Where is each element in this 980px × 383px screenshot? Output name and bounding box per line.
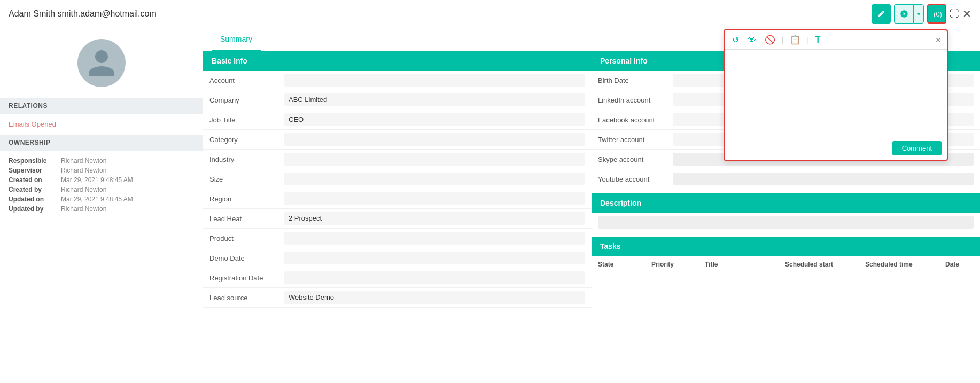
activity-dropdown-button[interactable]: ▾ [913,4,924,24]
comment-button[interactable]: (0) [927,4,946,24]
emails-opened-link[interactable]: Emails Opened [9,120,194,128]
tab-summary[interactable]: Summary [212,28,261,51]
ownership-updated-by: Updated by Richard Newton [9,205,194,213]
ownership-responsible: Responsible Richard Newton [9,157,194,165]
comment-popup: ↺ 👁 🚫 | 📋 | T ✕ Comment [724,29,948,161]
field-description [592,213,980,232]
basic-info-panel: Basic Info Account Company ABC Limited J… [203,51,592,383]
avatar [77,39,126,87]
field-youtube: Youtube account [592,169,980,189]
field-lead-heat: Lead Heat 2 Prospect [203,209,592,229]
expand-button[interactable]: ⛶ [950,9,959,20]
tasks-col-title: Title [705,261,785,268]
field-category: Category [203,130,592,150]
tasks-columns: State Priority Title Scheduled start Sch… [592,256,980,272]
comment-toolbar: ↺ 👁 🚫 | 📋 | T ✕ [725,30,947,50]
ownership-section: Responsible Richard Newton Supervisor Ri… [0,151,203,221]
ownership-header: OWNERSHIP [0,135,203,151]
field-company: Company ABC Limited [203,90,592,110]
tasks-col-date: Date [945,261,980,268]
top-bar-actions: ▾ (0) ⛶ ✕ [872,4,971,24]
comment-tool-text[interactable]: T [813,34,823,46]
description-header: Description [592,193,980,213]
comment-tool-sep2: | [807,36,808,44]
field-job-title: Job Title CEO [203,110,592,130]
basic-info-header: Basic Info [203,51,592,71]
field-industry: Industry [203,150,592,169]
comment-count: (0) [934,10,942,18]
comment-popup-close[interactable]: ✕ [935,36,942,44]
tasks-col-scheduled-start: Scheduled start [785,261,865,268]
ownership-updated-on: Updated on Mar 29, 2021 9:48:45 AM [9,196,194,203]
comment-footer: Comment [725,137,947,160]
relations-header: RELATIONS [0,98,203,114]
activity-button[interactable] [894,4,913,24]
field-demo-date: Demo Date [203,248,592,268]
comment-tool-sep1: | [782,36,783,44]
ownership-created-on: Created on Mar 29, 2021 9:48:45 AM [9,176,194,184]
ownership-supervisor: Supervisor Richard Newton [9,167,194,174]
field-product: Product [203,229,592,248]
relations-section: Emails Opened [0,114,203,135]
tasks-col-scheduled-time: Scheduled time [865,261,945,268]
page-title: Adam Smith smith.adam@hotmail.com [9,9,157,19]
tasks-col-priority: Priority [651,261,705,268]
field-registration-date: Registration Date [203,268,592,288]
comment-tool-clipboard[interactable]: 📋 [788,34,803,46]
comment-submit-button[interactable]: Comment [892,141,942,155]
field-size: Size [203,169,592,189]
left-sidebar: RELATIONS Emails Opened OWNERSHIP Respon… [0,28,203,383]
comment-tool-block[interactable]: 🚫 [763,34,777,46]
tasks-header: Tasks [592,237,980,256]
comment-tool-view[interactable]: 👁 [745,34,758,46]
comment-textarea[interactable] [725,50,947,135]
ownership-created-by: Created by Richard Newton [9,186,194,193]
field-lead-source: Lead source Website Demo [203,288,592,308]
tasks-col-state: State [598,261,651,268]
close-button[interactable]: ✕ [962,7,971,20]
comment-tool-refresh[interactable]: ↺ [730,34,741,46]
field-account: Account [203,71,592,90]
field-region: Region [203,189,592,209]
edit-button[interactable] [872,4,891,24]
avatar-section [0,28,203,98]
